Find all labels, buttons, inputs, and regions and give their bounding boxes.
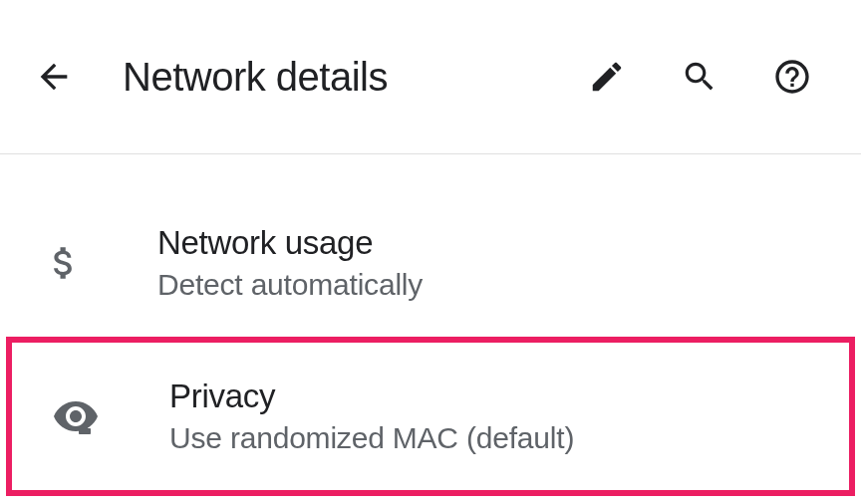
search-button[interactable] [676,53,723,101]
help-button[interactable] [768,53,816,101]
page-title: Network details [123,55,583,100]
header: Network details [0,0,861,154]
dollar-icon [40,239,88,287]
help-icon [772,57,812,97]
network-usage-text: Network usage Detect automatically [157,224,831,302]
privacy-item[interactable]: Privacy Use randomized MAC (default) [6,337,855,496]
privacy-text: Privacy Use randomized MAC (default) [169,378,819,455]
network-usage-item[interactable]: Network usage Detect automatically [0,189,861,337]
privacy-eye-icon [52,392,100,440]
back-button[interactable] [30,53,78,101]
arrow-back-icon [34,57,74,97]
network-usage-title: Network usage [157,224,831,262]
network-usage-subtitle: Detect automatically [157,268,831,302]
header-actions [583,53,816,101]
pencil-icon [588,58,626,96]
privacy-title: Privacy [169,378,819,415]
search-icon [681,58,718,96]
edit-button[interactable] [583,53,631,101]
settings-list: Network usage Detect automatically Priva… [0,154,861,496]
privacy-subtitle: Use randomized MAC (default) [169,421,819,455]
